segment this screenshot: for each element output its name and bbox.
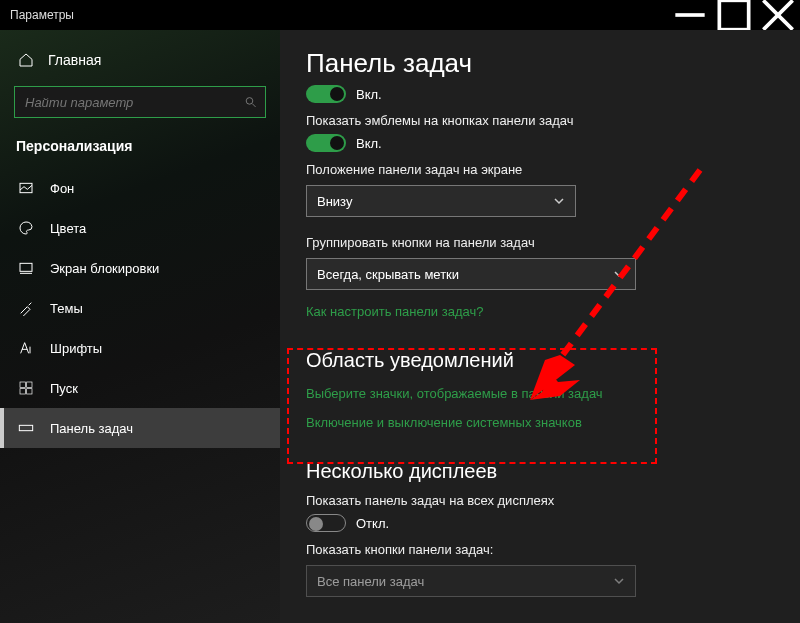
svg-line-5 (252, 104, 255, 107)
sidebar-item-fonts[interactable]: Шрифты (0, 328, 280, 368)
content-pane: Панель задач Вкл. Показать эмблемы на кн… (280, 30, 800, 623)
sidebar-item-themes[interactable]: Темы (0, 288, 280, 328)
help-link[interactable]: Как настроить панели задач? (306, 304, 774, 319)
search-wrap (0, 78, 280, 132)
svg-rect-7 (20, 263, 32, 271)
svg-rect-1 (719, 0, 748, 29)
search-box[interactable] (14, 86, 266, 118)
sidebar-item-lockscreen[interactable]: Экран блокировки (0, 248, 280, 288)
sidebar-section-title: Персонализация (0, 132, 280, 168)
group-select[interactable]: Всегда, скрывать метки (306, 258, 636, 290)
sidebar-item-label: Пуск (50, 381, 78, 396)
titlebar: Параметры (0, 0, 800, 30)
chevron-down-icon (553, 195, 565, 207)
home-icon (18, 52, 34, 68)
home-nav-item[interactable]: Главная (0, 42, 280, 78)
system-icons-link[interactable]: Включение и выключение системных значков (306, 415, 774, 430)
notification-area-heading: Область уведомлений (306, 349, 774, 372)
home-label: Главная (48, 52, 101, 68)
group-value: Всегда, скрывать метки (317, 267, 459, 282)
sidebar-item-colors[interactable]: Цвета (0, 208, 280, 248)
search-input[interactable] (25, 95, 244, 110)
svg-rect-12 (27, 389, 32, 394)
sidebar-item-label: Экран блокировки (50, 261, 159, 276)
themes-icon (18, 300, 34, 316)
svg-rect-10 (27, 382, 32, 387)
sidebar-item-start[interactable]: Пуск (0, 368, 280, 408)
chevron-down-icon (613, 575, 625, 587)
sidebar-item-background[interactable]: Фон (0, 168, 280, 208)
multi-buttons-value: Все панели задач (317, 574, 424, 589)
sidebar-item-label: Цвета (50, 221, 86, 236)
sidebar-item-label: Фон (50, 181, 74, 196)
start-icon (18, 380, 34, 396)
multi-buttons-select: Все панели задач (306, 565, 636, 597)
sidebar-item-label: Шрифты (50, 341, 102, 356)
multi-buttons-label: Показать кнопки панели задач: (306, 542, 774, 557)
close-button[interactable] (756, 0, 800, 30)
toggle-row-3: Откл. (306, 514, 774, 532)
sidebar-item-label: Панель задач (50, 421, 133, 436)
svg-rect-9 (20, 382, 25, 387)
sidebar-item-label: Темы (50, 301, 83, 316)
toggle-1-state: Вкл. (356, 87, 382, 102)
toggle-emblems[interactable] (306, 134, 346, 152)
window-title: Параметры (10, 8, 74, 22)
position-select[interactable]: Внизу (306, 185, 576, 217)
fonts-icon (18, 340, 34, 356)
lockscreen-icon (18, 260, 34, 276)
window-body: Главная Персонализация Фон Цвета (0, 30, 800, 623)
toggle-3-state: Откл. (356, 516, 389, 531)
page-title: Панель задач (306, 48, 774, 79)
toggle-1[interactable] (306, 85, 346, 103)
minimize-button[interactable] (668, 0, 712, 30)
svg-rect-13 (19, 425, 32, 430)
toggle-row-1: Вкл. (306, 85, 774, 103)
multi-show-label: Показать панель задач на всех дисплеях (306, 493, 774, 508)
svg-rect-11 (20, 389, 25, 394)
titlebar-controls (668, 0, 800, 30)
toggle-row-2: Вкл. (306, 134, 774, 152)
settings-window: Параметры Главная (0, 0, 800, 623)
chevron-down-icon (613, 268, 625, 280)
position-label: Положение панели задач на экране (306, 162, 774, 177)
position-value: Внизу (317, 194, 352, 209)
multi-display-heading: Несколько дисплеев (306, 460, 774, 483)
sidebar-item-taskbar[interactable]: Панель задач (0, 408, 280, 448)
taskbar-icon (18, 420, 34, 436)
toggle-2-state: Вкл. (356, 136, 382, 151)
sidebar: Главная Персонализация Фон Цвета (0, 30, 280, 623)
maximize-button[interactable] (712, 0, 756, 30)
toggle-multi[interactable] (306, 514, 346, 532)
search-icon (244, 95, 257, 109)
select-icons-link[interactable]: Выберите значки, отображаемые в панели з… (306, 386, 774, 401)
svg-point-4 (246, 98, 253, 105)
palette-icon (18, 220, 34, 236)
group-label: Группировать кнопки на панели задач (306, 235, 774, 250)
picture-icon (18, 180, 34, 196)
emblems-label: Показать эмблемы на кнопках панели задач (306, 113, 774, 128)
nav-items: Фон Цвета Экран блокировки Темы Шрифты (0, 168, 280, 448)
